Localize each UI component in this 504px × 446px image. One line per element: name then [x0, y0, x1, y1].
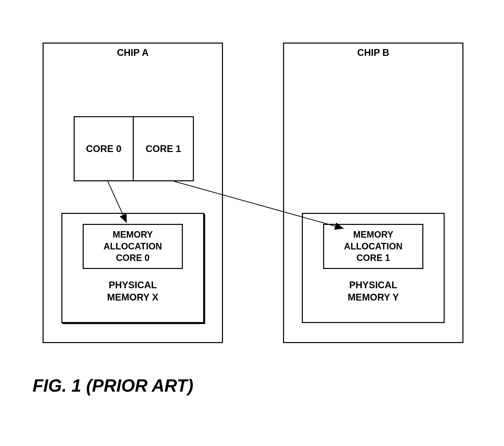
allocation-text-line: ALLOCATION [344, 241, 402, 252]
physical-memory-y: MEMORY ALLOCATION CORE 1 PHYSICAL MEMORY… [302, 213, 445, 323]
allocation-text-line: MEMORY [113, 229, 153, 241]
chip-a-label: CHIP A [117, 47, 149, 58]
physical-memory-y-label: PHYSICAL MEMORY Y [348, 279, 399, 304]
allocation-text-line: CORE 1 [356, 252, 390, 264]
physical-memory-x-label: PHYSICAL MEMORY X [107, 279, 159, 304]
chip-b-label: CHIP B [357, 47, 389, 58]
memory-label-line: PHYSICAL [109, 280, 157, 290]
memory-label-line: MEMORY X [107, 292, 159, 303]
memory-label-line: MEMORY Y [348, 292, 399, 303]
memory-allocation-core-0: MEMORY ALLOCATION CORE 0 [83, 224, 183, 269]
allocation-text-line: ALLOCATION [103, 241, 162, 252]
physical-memory-x: MEMORY ALLOCATION CORE 0 PHYSICAL MEMORY… [61, 213, 204, 323]
diagram-container: CHIP A CORE 0 CORE 1 CHIP B MEMORY ALLOC… [43, 43, 463, 343]
cores-container: CORE 0 CORE 1 [74, 116, 194, 181]
allocation-text-line: CORE 0 [116, 252, 150, 264]
memory-label-line: PHYSICAL [349, 280, 397, 290]
memory-allocation-core-1: MEMORY ALLOCATION CORE 1 [323, 224, 423, 269]
figure-caption: FIG. 1 (PRIOR ART) [33, 376, 193, 396]
allocation-text-line: MEMORY [353, 229, 394, 241]
core-0-block: CORE 0 [75, 117, 134, 180]
core-1-block: CORE 1 [134, 117, 193, 180]
